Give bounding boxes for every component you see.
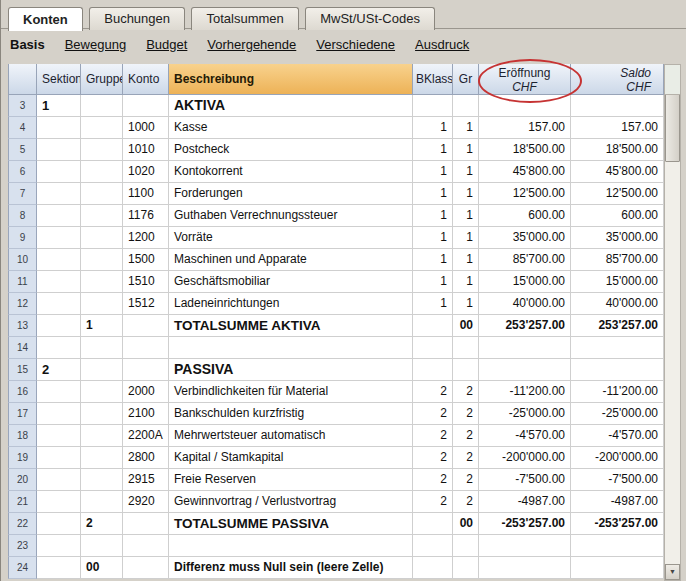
cell-saldo[interactable]: -253'257.00 (571, 513, 664, 535)
cell-gr[interactable] (453, 337, 479, 359)
scroll-down-button[interactable]: ▼ (665, 564, 680, 580)
cell-beschreibung[interactable]: Guthaben Verrechnungssteuer (169, 205, 413, 227)
cell-gr[interactable]: 2 (453, 469, 479, 491)
cell-saldo[interactable]: 18'500.00 (571, 139, 664, 161)
row-number[interactable]: 13 (8, 315, 37, 337)
row-number[interactable]: 17 (8, 403, 37, 425)
cell-bklasse[interactable]: 1 (413, 293, 453, 315)
cell-bklasse[interactable]: 1 (413, 139, 453, 161)
cell-konto[interactable] (123, 535, 169, 557)
cell-konto[interactable]: 1510 (123, 271, 169, 293)
cell-beschreibung[interactable]: Maschinen und Apparate (169, 249, 413, 271)
cell-sektion[interactable] (37, 447, 81, 469)
cell-konto[interactable] (123, 337, 169, 359)
cell-gruppe[interactable]: 2 (81, 513, 123, 535)
cell-sektion[interactable] (37, 161, 81, 183)
cell-gr[interactable]: 1 (453, 205, 479, 227)
row-number[interactable]: 23 (8, 535, 37, 557)
menu-verschiedene[interactable]: Verschiedene (316, 37, 395, 52)
row-number[interactable]: 4 (8, 117, 37, 139)
cell-saldo[interactable]: 600.00 (571, 205, 664, 227)
row-number[interactable]: 6 (8, 161, 37, 183)
cell-saldo[interactable]: -4'570.00 (571, 425, 664, 447)
cell-gruppe[interactable] (81, 293, 123, 315)
cell-bklasse[interactable] (413, 95, 453, 117)
cell-gruppe[interactable] (81, 381, 123, 403)
cell-bklasse[interactable]: 2 (413, 381, 453, 403)
cell-bklasse[interactable]: 1 (413, 161, 453, 183)
cell-konto[interactable]: 1176 (123, 205, 169, 227)
cell-bklasse[interactable]: 1 (413, 249, 453, 271)
cell-gruppe[interactable]: 1 (81, 315, 123, 337)
cell-sektion[interactable]: 2 (37, 359, 81, 381)
cell-saldo[interactable]: 253'257.00 (571, 315, 664, 337)
tab-mwst-ust-codes[interactable]: MwSt/USt-Codes (305, 7, 435, 30)
row-number[interactable]: 22 (8, 513, 37, 535)
cell-bklasse[interactable]: 2 (413, 403, 453, 425)
cell-gruppe[interactable] (81, 337, 123, 359)
cell-beschreibung[interactable]: Bankschulden kurzfristig (169, 403, 413, 425)
cell-bklasse[interactable]: 1 (413, 205, 453, 227)
cell-konto[interactable]: 2000 (123, 381, 169, 403)
cell-saldo[interactable] (571, 337, 664, 359)
cell-eroeffnung[interactable] (479, 557, 571, 579)
cell-beschreibung[interactable] (169, 535, 413, 557)
cell-gruppe[interactable] (81, 403, 123, 425)
cell-bklasse[interactable]: 1 (413, 117, 453, 139)
cell-beschreibung[interactable]: Gewinnvortrag / Verlustvortrag (169, 491, 413, 513)
cell-gr[interactable] (453, 95, 479, 117)
cell-sektion[interactable] (37, 117, 81, 139)
cell-beschreibung[interactable]: PASSIVA (169, 359, 413, 381)
row-number[interactable]: 16 (8, 381, 37, 403)
cell-eroeffnung[interactable]: 157.00 (479, 117, 571, 139)
cell-sektion[interactable] (37, 381, 81, 403)
menu-budget[interactable]: Budget (146, 37, 187, 52)
cell-eroeffnung[interactable]: 85'700.00 (479, 249, 571, 271)
cell-beschreibung[interactable]: Kasse (169, 117, 413, 139)
cell-konto[interactable]: 2200A (123, 425, 169, 447)
cell-konto[interactable]: 1000 (123, 117, 169, 139)
row-number[interactable]: 12 (8, 293, 37, 315)
cell-konto[interactable]: 2800 (123, 447, 169, 469)
menu-vorhergehende[interactable]: Vorhergehende (207, 37, 296, 52)
header-konto[interactable]: Konto (123, 64, 169, 95)
cell-gruppe[interactable] (81, 249, 123, 271)
cell-eroeffnung[interactable] (479, 535, 571, 557)
cell-gr[interactable]: 2 (453, 403, 479, 425)
cell-gr[interactable]: 1 (453, 183, 479, 205)
cell-gr[interactable]: 1 (453, 249, 479, 271)
cell-gruppe[interactable] (81, 139, 123, 161)
cell-gruppe[interactable] (81, 205, 123, 227)
cell-sektion[interactable] (37, 139, 81, 161)
cell-gruppe[interactable] (81, 535, 123, 557)
cell-saldo[interactable] (571, 535, 664, 557)
cell-konto[interactable] (123, 513, 169, 535)
cell-saldo[interactable]: -11'200.00 (571, 381, 664, 403)
cell-eroeffnung[interactable]: 40'000.00 (479, 293, 571, 315)
cell-gr[interactable] (453, 557, 479, 579)
cell-konto[interactable]: 1010 (123, 139, 169, 161)
row-number[interactable]: 8 (8, 205, 37, 227)
row-number[interactable]: 9 (8, 227, 37, 249)
cell-beschreibung[interactable]: Kapital / Stamkapital (169, 447, 413, 469)
row-number[interactable]: 11 (8, 271, 37, 293)
cell-saldo[interactable]: 40'000.00 (571, 293, 664, 315)
cell-gr[interactable]: 2 (453, 447, 479, 469)
cell-sektion[interactable] (37, 205, 81, 227)
row-number[interactable]: 14 (8, 337, 37, 359)
row-number[interactable]: 15 (8, 359, 37, 381)
cell-gr[interactable] (453, 535, 479, 557)
cell-gruppe[interactable] (81, 491, 123, 513)
cell-bklasse[interactable]: 1 (413, 183, 453, 205)
cell-saldo[interactable]: -4987.00 (571, 491, 664, 513)
cell-saldo[interactable] (571, 557, 664, 579)
cell-sektion[interactable] (37, 535, 81, 557)
header-gruppe[interactable]: Gruppe (81, 64, 123, 95)
cell-beschreibung[interactable]: Postcheck (169, 139, 413, 161)
cell-bklasse[interactable]: 1 (413, 227, 453, 249)
cell-sektion[interactable] (37, 425, 81, 447)
cell-beschreibung[interactable]: TOTALSUMME AKTIVA (169, 315, 413, 337)
cell-gr[interactable] (453, 359, 479, 381)
cell-gruppe[interactable] (81, 359, 123, 381)
cell-eroeffnung[interactable]: -4'570.00 (479, 425, 571, 447)
